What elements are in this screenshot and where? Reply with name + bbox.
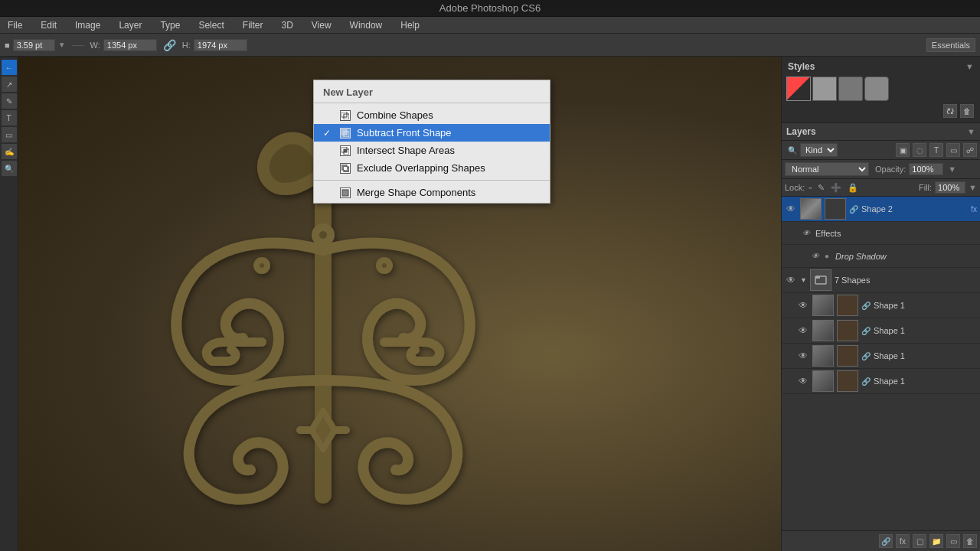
eye-shape1b[interactable]: 👁 xyxy=(797,324,809,337)
opacity-dropdown-icon[interactable]: ▼ xyxy=(948,165,956,174)
lock-all-icon[interactable]: 🔒 xyxy=(845,182,861,194)
menu-item-exclude[interactable]: Exclude Overlapping Shapes xyxy=(314,159,550,177)
layer-row-shape1c[interactable]: 👁 🔗 Shape 1 xyxy=(782,344,980,369)
height-section: H: 1974 px xyxy=(182,39,247,51)
layer-row-shape1a[interactable]: 👁 🔗 Shape 1 xyxy=(782,293,980,318)
svg-point-0 xyxy=(315,227,331,243)
menu-help[interactable]: Help xyxy=(396,18,424,32)
group-arrow[interactable]: ▼ xyxy=(800,276,807,284)
eye-shape1c[interactable]: 👁 xyxy=(797,350,809,362)
menu-select[interactable]: Select xyxy=(194,18,228,32)
menu-edit[interactable]: Edit xyxy=(36,18,61,32)
style-swatch-4[interactable] xyxy=(864,77,889,101)
fill-dropdown-icon[interactable]: ▼ xyxy=(969,183,977,192)
blending-mode-dropdown[interactable]: Normal Multiply Screen xyxy=(785,162,869,176)
link-shape1b: 🔗 xyxy=(861,327,871,335)
layers-panel: Layers ▼ 🔍 Kind ▣ ◌ T ▭ ☍ xyxy=(782,123,980,551)
label-merge: Merge Shape Components xyxy=(357,187,475,198)
layers-mask-btn[interactable]: ▢ xyxy=(913,534,926,548)
menu-window[interactable]: Window xyxy=(345,18,387,32)
lock-paint-icon[interactable]: ✎ xyxy=(815,182,827,194)
menu-item-intersect[interactable]: Intersect Shape Areas xyxy=(314,142,550,159)
layer-row-shape2[interactable]: 👁 🔗 Shape 2 fx xyxy=(782,197,980,222)
search-icon: 🔍 xyxy=(788,146,797,155)
layers-fx-btn[interactable]: fx xyxy=(896,534,910,548)
svg-rect-13 xyxy=(342,190,348,196)
layer-adjust-btn[interactable]: ◌ xyxy=(913,143,926,157)
layer-smart-btn[interactable]: ☍ xyxy=(963,143,977,157)
menu-image[interactable]: Image xyxy=(70,18,105,32)
menu-3d[interactable]: 3D xyxy=(276,18,297,32)
menu-view[interactable]: View xyxy=(307,18,336,32)
tool-type[interactable]: T xyxy=(2,110,17,126)
stroke-dropdown-icon[interactable]: ▼ xyxy=(58,41,66,49)
menu-item-subtract[interactable]: ✓ Subtract Front Shape xyxy=(314,124,550,142)
main-area: ← ↗ ✎ T ▭ ✍ 🔍 xyxy=(0,57,980,551)
link-section: 🔗 xyxy=(163,39,176,51)
layer-effects-row[interactable]: 👁 Effects xyxy=(782,222,980,245)
layer-type-btn[interactable]: T xyxy=(929,143,943,157)
menu-type[interactable]: Type xyxy=(155,18,185,32)
link-icon[interactable]: 🔗 xyxy=(163,39,176,51)
styles-icon-buttons: 🗘 🗑 xyxy=(785,103,977,119)
lock-move-icon[interactable]: ➕ xyxy=(828,182,844,194)
layer-row-shape1b[interactable]: 👁 🔗 Shape 1 xyxy=(782,318,980,344)
drop-shadow-label: Drop Shadow xyxy=(835,252,977,261)
opacity-input[interactable]: 100% xyxy=(909,163,943,175)
width-input[interactable]: 1354 px xyxy=(103,39,157,51)
kind-dropdown[interactable]: Kind xyxy=(800,143,838,157)
layer-shape-btn[interactable]: ▭ xyxy=(946,143,960,157)
layers-delete-btn[interactable]: 🗑 xyxy=(963,534,977,548)
fill-input[interactable]: 100% xyxy=(935,181,965,194)
tool-hand[interactable]: ✍ xyxy=(2,144,17,159)
layer-name-shape2: Shape 2 xyxy=(861,204,968,214)
tool-direct[interactable]: ↗ xyxy=(2,77,17,92)
lock-transparency-icon[interactable]: ▫ xyxy=(806,182,814,193)
eye-shape1d[interactable]: 👁 xyxy=(797,375,809,387)
eye-shape1a[interactable]: 👁 xyxy=(797,299,809,311)
menu-item-combine[interactable]: Combine Shapes xyxy=(314,106,550,124)
layers-new-btn[interactable]: ▭ xyxy=(946,534,960,548)
stroke-label: ■ xyxy=(5,41,10,50)
styles-add-btn[interactable]: 🗘 xyxy=(943,104,957,118)
layer-row-shape1d[interactable]: 👁 🔗 Shape 1 xyxy=(782,369,980,394)
layer-pixel-btn[interactable]: ▣ xyxy=(896,143,910,157)
styles-delete-btn[interactable]: 🗑 xyxy=(960,104,974,118)
eye-effects[interactable]: 👁 xyxy=(800,227,812,240)
tool-pen[interactable]: ✎ xyxy=(2,93,17,109)
layer-drop-shadow-row[interactable]: 👁 ● Drop Shadow xyxy=(782,245,980,268)
toolbar: ■ 3.59 pt ▼ — W: 1354 px 🔗 H: 1974 px Es… xyxy=(0,34,980,57)
style-swatch-3[interactable] xyxy=(838,77,863,101)
icon-exclude xyxy=(340,163,351,174)
tool-shape[interactable]: ▭ xyxy=(2,127,17,142)
layers-group-btn[interactable]: 📁 xyxy=(929,534,943,548)
width-section: W: 1354 px xyxy=(90,39,157,51)
eye-group[interactable]: 👁 xyxy=(785,274,797,286)
layers-expand-icon[interactable]: ▼ xyxy=(967,127,975,136)
menu-layer[interactable]: Layer xyxy=(114,18,146,32)
layers-link-btn[interactable]: 🔗 xyxy=(879,534,893,548)
layer-fx-shape2[interactable]: fx xyxy=(971,205,977,214)
height-input[interactable]: 1974 px xyxy=(194,39,247,51)
checkmark-subtract: ✓ xyxy=(323,128,334,139)
layer-name-shape1c: Shape 1 xyxy=(874,351,977,360)
label-intersect: Intersect Shape Areas xyxy=(357,145,455,156)
link-shape1c: 🔗 xyxy=(861,352,871,360)
canvas-background: New Layer Combine Shapes ✓ Subtract Fron… xyxy=(18,57,781,551)
eye-shape2[interactable]: 👁 xyxy=(785,203,797,215)
tool-zoom[interactable]: 🔍 xyxy=(2,161,17,176)
layer-row-group[interactable]: 👁 ▼ 7 Shapes xyxy=(782,268,980,293)
menu-filter[interactable]: Filter xyxy=(238,18,268,32)
menu-section-header: New Layer xyxy=(314,82,550,99)
styles-panel: Styles ▼ 🗘 🗑 xyxy=(782,57,980,123)
stroke-input[interactable]: 3.59 pt xyxy=(13,39,55,51)
styles-expand-icon[interactable]: ▼ xyxy=(965,62,974,71)
menu-item-merge[interactable]: Merge Shape Components xyxy=(314,184,550,201)
menu-file[interactable]: File xyxy=(3,18,27,32)
eye-dropshadow[interactable]: 👁 xyxy=(809,250,822,262)
tool-select[interactable]: ← xyxy=(2,60,17,75)
style-swatch-2[interactable] xyxy=(812,77,837,101)
essentials-button[interactable]: Essentials xyxy=(926,38,975,52)
layer-name-shape1b: Shape 1 xyxy=(874,326,977,335)
style-swatch-1[interactable] xyxy=(786,77,811,101)
